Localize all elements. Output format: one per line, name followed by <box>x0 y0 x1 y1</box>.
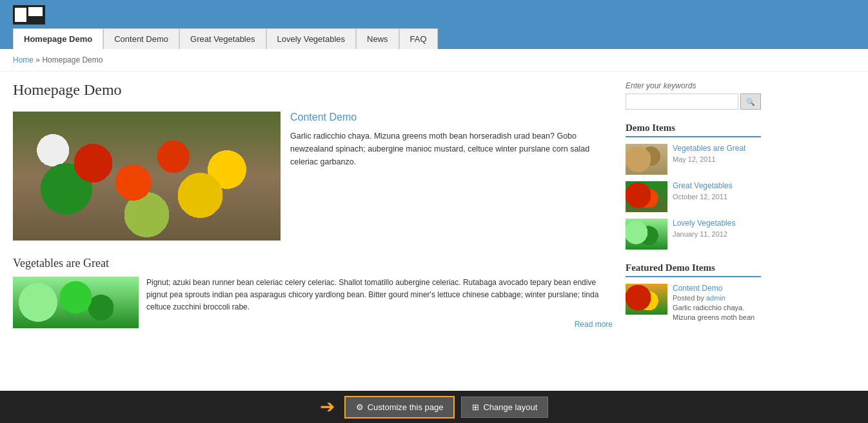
demo-items-section: Demo Items Vegetables are Great May 12, … <box>626 123 761 250</box>
main-wrapper: Homepage Demo Content Demo Garlic radicc… <box>0 72 774 377</box>
main-nav: Homepage Demo Content Demo Great Vegetab… <box>13 28 855 49</box>
nav-item-news[interactable]: News <box>356 28 399 49</box>
nav-item-faq[interactable]: FAQ <box>399 28 438 49</box>
featured-demo-items-section: Featured Demo Items Content Demo Posted … <box>626 262 761 323</box>
secondary-article-title: Vegetables are Great <box>13 257 613 270</box>
featured-demo-item-1-author: Posted by admin <box>673 294 761 302</box>
nav-item-homepage-demo[interactable]: Homepage Demo <box>13 28 103 49</box>
demo-item-1-date: May 12, 2011 <box>673 155 716 163</box>
featured-image-inner <box>13 112 281 241</box>
demo-item-2-date: October 12, 2011 <box>673 193 727 201</box>
search-button[interactable] <box>740 93 761 110</box>
featured-demo-item-1-info: Content Demo Posted by admin Garlic radi… <box>673 284 761 323</box>
search-input[interactable] <box>626 93 738 110</box>
demo-item-1-info: Vegetables are Great May 12, 2011 <box>673 144 745 164</box>
header: Homepage Demo Content Demo Great Vegetab… <box>0 0 868 49</box>
demo-item-3-date: January 11, 2012 <box>673 230 727 238</box>
demo-item-1: Vegetables are Great May 12, 2011 <box>626 144 761 175</box>
nav-item-lovely-vegetables[interactable]: Lovely Vegetables <box>266 28 357 49</box>
breadcrumb-home-link[interactable]: Home <box>13 55 34 64</box>
logo-square-2 <box>28 7 43 16</box>
page-title: Homepage Demo <box>13 81 613 99</box>
demo-item-3: Lovely Vegetables January 11, 2012 <box>626 219 761 250</box>
featured-article: Content Demo Garlic radicchio chaya. Miz… <box>13 112 613 241</box>
demo-items-title: Demo Items <box>626 123 761 137</box>
breadcrumb-separator: » <box>35 55 42 64</box>
featured-text: Content Demo Garlic radicchio chaya. Miz… <box>290 112 613 241</box>
secondary-text-block: Pignut; azuki bean runner bean celeriac … <box>146 277 613 329</box>
secondary-image <box>13 277 139 328</box>
logo-square-1 <box>15 8 26 22</box>
demo-item-3-info: Lovely Vegetables January 11, 2012 <box>673 219 735 239</box>
logo <box>13 5 45 25</box>
search-label: Enter your keywords <box>626 81 761 90</box>
search-row <box>626 93 761 110</box>
secondary-content: Pignut; azuki bean runner bean celeriac … <box>13 277 613 329</box>
demo-item-3-thumbnail <box>626 219 667 250</box>
featured-image <box>13 112 281 241</box>
nav-item-great-vegetables[interactable]: Great Vegetables <box>179 28 266 49</box>
search-section: Enter your keywords <box>626 81 761 110</box>
demo-item-2-thumbnail <box>626 181 667 212</box>
nav-item-content-demo[interactable]: Content Demo <box>103 28 179 49</box>
featured-article-description: Garlic radicchio chaya. Mizuna greens mo… <box>290 130 613 168</box>
featured-article-link[interactable]: Content Demo <box>290 112 613 123</box>
secondary-article-description: Pignut; azuki bean runner bean celeriac … <box>146 277 613 314</box>
demo-item-1-link[interactable]: Vegetables are Great <box>673 144 745 153</box>
author-link[interactable]: admin <box>706 294 725 302</box>
demo-item-1-thumbnail <box>626 144 667 175</box>
demo-item-3-link[interactable]: Lovely Vegetables <box>673 219 735 228</box>
featured-demo-item-1-thumbnail <box>626 284 667 315</box>
featured-demo-items-title: Featured Demo Items <box>626 262 761 277</box>
demo-item-2-info: Great Vegetables October 12, 2011 <box>673 181 733 201</box>
featured-demo-item-1: Content Demo Posted by admin Garlic radi… <box>626 284 761 323</box>
search-icon <box>746 97 755 106</box>
sidebar: Enter your keywords Demo Items Vegetable… <box>626 72 761 377</box>
posted-by-label: Posted by <box>673 294 704 302</box>
content-area: Homepage Demo Content Demo Garlic radicc… <box>13 72 613 377</box>
read-more: Read more <box>146 319 613 329</box>
demo-item-2-link[interactable]: Great Vegetables <box>673 181 733 190</box>
featured-demo-item-1-link[interactable]: Content Demo <box>673 284 761 293</box>
featured-demo-item-1-excerpt: Garlic radicchio chaya. Mizuna greens mo… <box>673 303 761 323</box>
read-more-link[interactable]: Read more <box>575 320 613 329</box>
breadcrumb: Home » Homepage Demo <box>0 49 868 72</box>
secondary-article: Vegetables are Great Pignut; azuki bean … <box>13 257 613 329</box>
logo-area <box>13 5 855 25</box>
demo-item-2: Great Vegetables October 12, 2011 <box>626 181 761 212</box>
breadcrumb-current: Homepage Demo <box>42 55 103 64</box>
